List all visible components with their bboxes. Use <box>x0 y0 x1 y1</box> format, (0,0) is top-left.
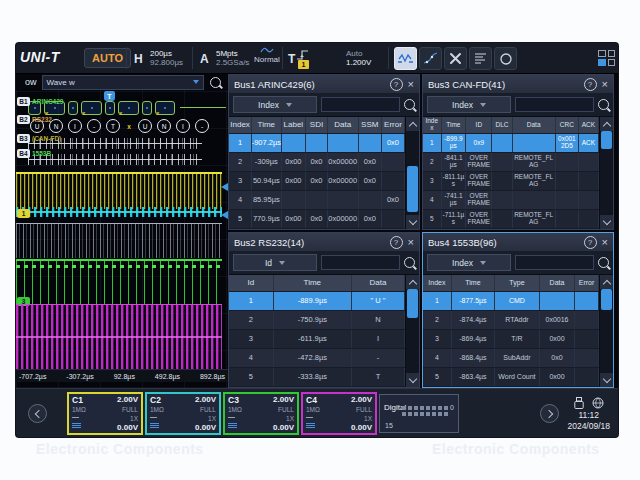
column-header[interactable]: Data <box>513 117 556 133</box>
xy-tool-button[interactable] <box>444 47 467 70</box>
channel-block-c4[interactable]: C42.00V1MΩFULL1X0.00V <box>301 392 377 435</box>
bus4-pill[interactable]: B4 <box>17 149 30 158</box>
curve-tool-button[interactable] <box>419 47 442 70</box>
close-icon[interactable]: × <box>602 237 608 248</box>
scroll-up-button[interactable] <box>600 117 613 131</box>
scrollbar[interactable] <box>599 275 613 387</box>
table-row[interactable]: 485.95µs0x0 <box>229 191 405 210</box>
column-header[interactable]: Time <box>452 275 495 291</box>
column-header[interactable]: Id <box>229 275 274 291</box>
table-row[interactable]: 4-472.8µs- <box>229 349 405 368</box>
wave-source-dropdown[interactable]: Wave w <box>42 75 204 90</box>
window-layout-button[interactable] <box>598 50 615 66</box>
table-row[interactable]: 5-863.4µsWord Count0x00 <box>423 368 599 387</box>
table-row[interactable]: 2-841.1µsOVER FRAMEREMOTE_FLAG <box>423 153 599 172</box>
acquisition-mode[interactable]: Normal <box>254 46 280 64</box>
table-row[interactable]: 5770.9µs0x000x00x000000x0 <box>229 210 405 229</box>
column-header[interactable]: ID <box>466 117 492 133</box>
table-row[interactable]: 1-889.9µs" U " <box>229 292 405 311</box>
scroll-track[interactable] <box>406 131 419 215</box>
close-icon[interactable]: × <box>408 237 414 248</box>
trigger-source-badge[interactable]: 1 <box>298 60 309 69</box>
column-header[interactable]: Data <box>328 117 359 133</box>
scroll-up-button[interactable] <box>406 117 419 131</box>
column-header[interactable]: Time <box>442 117 467 133</box>
table-row[interactable]: 3-869.4µsT/R0x00 <box>423 330 599 349</box>
table-row[interactable]: 4-741.1µsOVER FRAME <box>423 191 599 210</box>
scroll-down-button[interactable] <box>406 373 419 387</box>
scroll-up-button[interactable] <box>406 275 419 289</box>
search-tool-button[interactable] <box>494 47 517 70</box>
filter-dropdown[interactable]: Index <box>233 96 317 113</box>
table-row[interactable]: 3-611.9µsI <box>229 330 405 349</box>
scroll-thumb[interactable] <box>407 166 418 212</box>
panel-header[interactable]: Bus2 RS232(14) ? × <box>229 233 419 251</box>
column-header[interactable]: Type <box>495 275 540 291</box>
channel-block-c2[interactable]: C22.00V1MΩFULL1X0.00V <box>145 392 221 435</box>
bus1-pill[interactable]: B1 <box>17 97 30 106</box>
column-header[interactable]: Data <box>540 275 575 291</box>
scroll-thumb[interactable] <box>601 131 612 149</box>
waveform-canvas[interactable]: T B1ARINC429 xxxx B2RS232 UNI-TxUNI- B3(… <box>16 90 228 388</box>
search-icon[interactable] <box>598 99 609 110</box>
column-header[interactable]: Time <box>252 117 281 133</box>
panel-header[interactable]: Bus4 1553B(96) ? × <box>423 233 613 251</box>
column-header[interactable]: Label <box>282 117 307 133</box>
help-icon[interactable]: ? <box>584 78 597 91</box>
column-header[interactable]: Index <box>423 117 442 133</box>
scroll-down-button[interactable] <box>600 215 613 229</box>
scroll-track[interactable] <box>600 289 613 373</box>
column-header[interactable]: DLC <box>492 117 512 133</box>
scrollbar[interactable] <box>405 275 419 387</box>
acquire-settings[interactable]: 5Mpts 2.5GSa/s <box>216 49 249 67</box>
column-header[interactable]: CRC <box>556 117 579 133</box>
channel-block-c1[interactable]: C12.00V1MΩFULL1X0.00V <box>67 392 143 435</box>
table-row[interactable]: 1-899.9µs0x90x0012D5ACK <box>423 134 599 153</box>
close-icon[interactable]: × <box>408 79 414 90</box>
column-header[interactable]: Error <box>575 275 599 291</box>
table-row[interactable]: 5-333.8µsT <box>229 368 405 387</box>
scrollbar[interactable] <box>599 117 613 229</box>
column-header[interactable]: SSM <box>359 117 382 133</box>
scroll-track[interactable] <box>406 289 419 373</box>
scroll-down-button[interactable] <box>600 373 613 387</box>
search-icon[interactable] <box>404 99 415 110</box>
digital-block[interactable]: Digital 0 15 <box>379 394 459 433</box>
wave-zoom-icon[interactable] <box>210 77 221 88</box>
column-header[interactable]: Index <box>229 117 252 133</box>
help-icon[interactable]: ? <box>390 78 403 91</box>
filter-dropdown[interactable]: Index <box>427 254 511 271</box>
column-header[interactable]: SDI <box>306 117 328 133</box>
panel-header[interactable]: Bus3 CAN-FD(41) ? × <box>423 75 613 93</box>
search-input[interactable] <box>515 97 594 112</box>
column-header[interactable]: Error <box>382 117 405 133</box>
column-header[interactable]: Time <box>274 275 352 291</box>
bus3-pill[interactable]: B3 <box>17 134 30 143</box>
column-header[interactable]: ACK <box>579 117 599 133</box>
panel-header[interactable]: Bus1 ARINC429(6) ? × <box>229 75 419 93</box>
collapse-left-button[interactable] <box>28 404 47 423</box>
table-row[interactable]: 1-907.2µs0x0 <box>229 134 405 153</box>
search-icon[interactable] <box>598 257 609 268</box>
wave-display-button[interactable] <box>394 47 417 70</box>
help-icon[interactable]: ? <box>390 236 403 249</box>
help-icon[interactable]: ? <box>584 236 597 249</box>
scrollbar[interactable] <box>405 117 419 229</box>
level-marker-icon[interactable] <box>221 183 228 191</box>
table-row[interactable]: 2-309µs0x000x00x000000x0 <box>229 153 405 172</box>
table-row[interactable]: 2-750.9µsN <box>229 311 405 330</box>
trigger-settings[interactable]: Auto 1.200V <box>346 49 371 67</box>
auto-mode-button[interactable]: AUTO <box>84 48 131 68</box>
scroll-up-button[interactable] <box>600 275 613 289</box>
table-row[interactable]: 1-877.5µsCMD <box>423 292 599 311</box>
table-row[interactable]: 5-711.1µsOVER FRAMEREMOTE_FLAG <box>423 210 599 229</box>
expand-right-button[interactable] <box>540 404 559 423</box>
close-icon[interactable]: × <box>602 79 608 90</box>
scroll-down-button[interactable] <box>406 215 419 229</box>
table-row[interactable]: 2-874.4µsRTAddr0x0016 <box>423 311 599 330</box>
level-marker-icon[interactable] <box>221 211 228 219</box>
filter-dropdown[interactable]: Id <box>233 254 317 271</box>
scroll-thumb[interactable] <box>601 289 612 310</box>
column-header[interactable]: Data <box>352 275 405 291</box>
filter-dropdown[interactable]: Index <box>427 96 511 113</box>
